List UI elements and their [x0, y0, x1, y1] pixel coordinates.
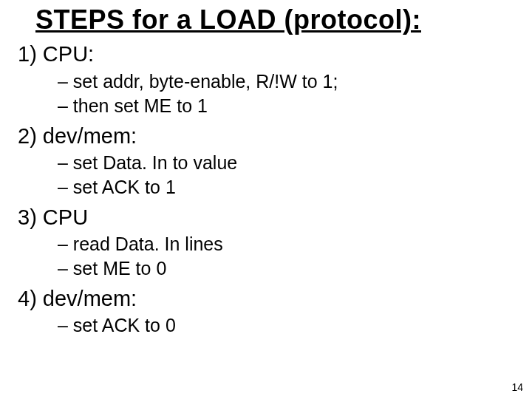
step-sub: – set ACK to 1	[58, 175, 514, 200]
slide: STEPS for a LOAD (protocol): 1) CPU: – s…	[0, 0, 532, 399]
step-sub: – then set ME to 1	[58, 94, 514, 118]
step-sub: – set ME to 0	[58, 256, 514, 281]
slide-title: STEPS for a LOAD (protocol):	[35, 4, 514, 35]
page-number: 14	[511, 381, 523, 393]
step-heading: 4) dev/mem:	[18, 285, 514, 312]
step-heading: 2) dev/mem:	[18, 123, 514, 149]
step-sub: – set addr, byte-enable, R/!W to 1;	[58, 69, 514, 94]
step-sub: – read Data. In lines	[58, 232, 514, 256]
step-sub: – set Data. In to value	[58, 151, 514, 175]
step-heading: 1) CPU:	[18, 41, 514, 67]
step-sub: – set ACK to 0	[58, 313, 514, 338]
step-heading: 3) CPU	[18, 204, 514, 231]
